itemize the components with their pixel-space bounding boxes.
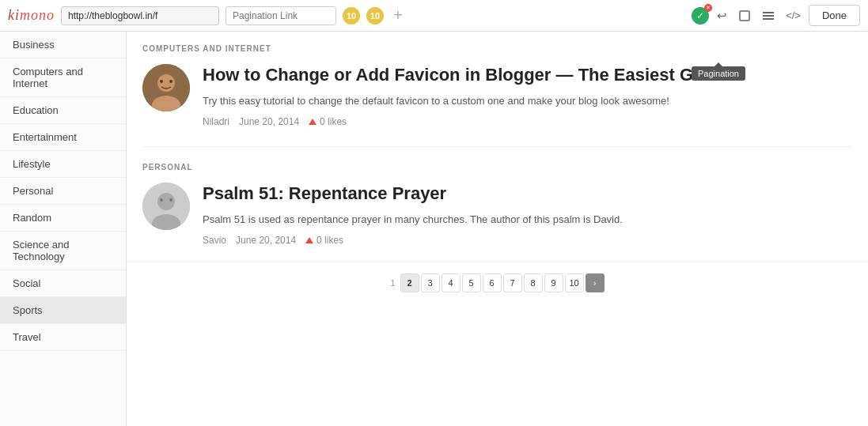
article-section-2: PERSONAL Psalm 51: Repentance Prayer Psa…	[127, 150, 868, 262]
page-btn-3[interactable]: 3	[421, 273, 440, 292]
article-section-1: COMPUTERS AND INTERNET How to Change or …	[127, 32, 868, 143]
sidebar-item-education[interactable]: Education	[0, 97, 126, 124]
pagination-tooltip: Pagination	[692, 66, 745, 81]
confirm-icon[interactable]: ✓ ✕	[692, 7, 709, 25]
avatar-1	[142, 64, 190, 111]
divider-1	[142, 146, 852, 147]
sidebar-item-social[interactable]: Social	[0, 270, 126, 297]
section-label-2: PERSONAL	[142, 163, 852, 172]
badge-1: 10	[343, 7, 360, 25]
article-card-2: Psalm 51: Repentance Prayer Psalm 51 is …	[142, 183, 852, 246]
x-badge: ✕	[704, 4, 712, 12]
code-button[interactable]: </>	[783, 6, 804, 25]
topbar-actions: ✓ ✕ ↩ </> Done	[692, 5, 860, 26]
article-title-2[interactable]: Psalm 51: Repentance Prayer	[203, 183, 852, 205]
sidebar-item-travel[interactable]: Travel	[0, 324, 126, 351]
like-icon-1	[309, 119, 316, 125]
article-date-1: June 20, 2014	[239, 116, 299, 127]
article-card-1: How to Change or Add Favicon in Blogger …	[142, 64, 852, 127]
add-button[interactable]: +	[390, 3, 406, 28]
svg-rect-0	[740, 11, 749, 21]
svg-point-12	[160, 198, 163, 202]
page-btn-2[interactable]: 2	[400, 273, 419, 292]
sidebar-item-random[interactable]: Random	[0, 205, 126, 232]
sidebar-item-entertainment[interactable]: Entertainment	[0, 124, 126, 151]
article-body-1: How to Change or Add Favicon in Blogger …	[203, 64, 852, 127]
menu-button[interactable]	[759, 6, 778, 25]
article-author-1: Niladri	[203, 116, 229, 127]
sidebar: Business Computers and Internet Educatio…	[0, 32, 127, 426]
sidebar-item-sports[interactable]: Sports	[0, 297, 126, 324]
section-label-1: COMPUTERS AND INTERNET	[142, 44, 852, 53]
page-btn-next[interactable]: ›	[586, 273, 605, 292]
page-btn-4[interactable]: 4	[442, 273, 461, 292]
page-current: 1	[390, 278, 395, 288]
content-area: COMPUTERS AND INTERNET How to Change or …	[127, 32, 868, 426]
page-btn-6[interactable]: 6	[483, 273, 502, 292]
svg-rect-3	[763, 18, 774, 20]
svg-rect-1	[763, 12, 774, 13]
sidebar-item-lifestyle[interactable]: Lifestyle	[0, 151, 126, 178]
article-date-2: June 20, 2014	[236, 235, 296, 246]
sidebar-item-science[interactable]: Science and Technology	[0, 232, 126, 270]
badge-2: 10	[366, 7, 384, 25]
article-likes-1: 0 likes	[309, 116, 347, 127]
article-meta-1: Niladri June 20, 2014 0 likes	[203, 116, 852, 127]
page-btn-8[interactable]: 8	[524, 273, 543, 292]
svg-rect-2	[763, 15, 774, 17]
sidebar-item-personal[interactable]: Personal	[0, 178, 126, 205]
article-meta-2: Savio June 20, 2014 0 likes	[203, 235, 852, 246]
article-body-2: Psalm 51: Repentance Prayer Psalm 51 is …	[203, 183, 852, 246]
topbar: kimono 10 10 + ✓ ✕ ↩ </> Done	[0, 0, 868, 32]
fullscreen-button[interactable]	[735, 6, 754, 25]
pagination-link-input[interactable]	[226, 6, 336, 25]
svg-point-7	[160, 80, 163, 83]
undo-button[interactable]: ↩	[714, 6, 730, 26]
logo: kimono	[8, 7, 55, 24]
sidebar-item-computers[interactable]: Computers and Internet	[0, 58, 126, 97]
page-btn-5[interactable]: 5	[462, 273, 481, 292]
article-title-1[interactable]: How to Change or Add Favicon in Blogger …	[203, 64, 852, 87]
pagination-bar: 1 2 3 4 5 6 7 8 9 10 ›	[127, 262, 868, 303]
url-input[interactable]	[61, 6, 219, 25]
svg-point-13	[169, 198, 172, 202]
done-button[interactable]: Done	[809, 5, 860, 26]
svg-point-8	[169, 80, 172, 83]
main-container: Business Computers and Internet Educatio…	[0, 32, 868, 426]
like-icon-2	[305, 237, 313, 243]
page-btn-9[interactable]: 9	[544, 273, 563, 292]
svg-point-10	[157, 193, 175, 210]
page-btn-10[interactable]: 10	[565, 273, 584, 292]
article-author-2: Savio	[203, 235, 226, 246]
article-excerpt-1: Try this easy tutorial to change the def…	[203, 93, 852, 109]
avatar-2	[142, 183, 190, 230]
page-btn-7[interactable]: 7	[503, 273, 522, 292]
sidebar-item-business[interactable]: Business	[0, 32, 126, 58]
article-excerpt-2: Psalm 51 is used as repentance prayer in…	[203, 212, 852, 228]
article-likes-2: 0 likes	[305, 235, 343, 246]
